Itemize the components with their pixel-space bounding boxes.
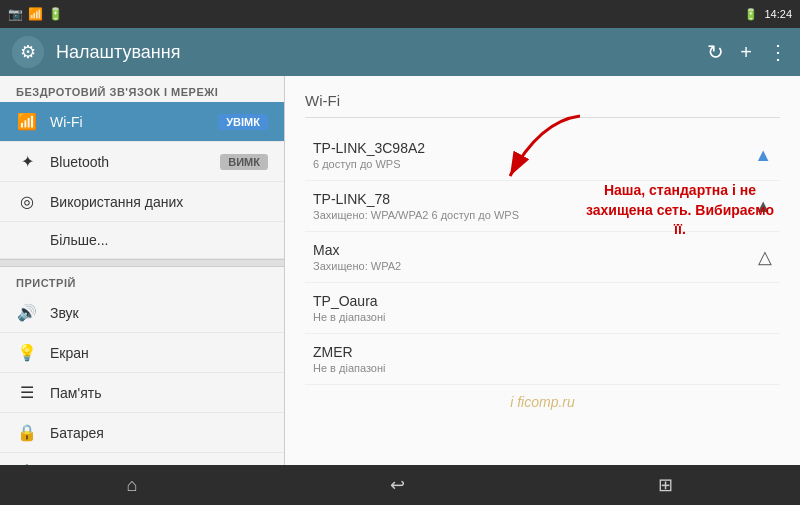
wifi-network-tplink2[interactable]: TP-LINK_78 Захищено: WPA/WPA2 6 доступ д…	[305, 181, 780, 232]
action-bar: ⚙ Налаштування ↻ + ⋮	[0, 28, 800, 76]
sidebar-item-wifi[interactable]: 📶 Wi-Fi УВІМК	[0, 102, 284, 142]
wifi-network-name-5: ZMER	[313, 344, 772, 360]
section-divider	[0, 259, 284, 267]
device-section-header: ПРИСТРІЙ	[0, 267, 284, 293]
wifi-network-info-1: TP-LINK_3C98A2 6 доступ до WPS	[313, 140, 754, 170]
wifi-network-sub-4: Не в діапазоні	[313, 311, 772, 323]
wifi-network-tpoaura[interactable]: TP_Oaura Не в діапазоні	[305, 283, 780, 334]
page-title: Налаштування	[56, 42, 695, 63]
wifi-toggle-button[interactable]: УВІМК	[218, 114, 268, 130]
wifi-network-name-1: TP-LINK_3C98A2	[313, 140, 754, 156]
time-display: 14:24	[764, 8, 792, 20]
memory-label: Пам'ять	[50, 385, 268, 401]
wifi-status-icon: 📷	[8, 7, 23, 21]
settings-gear-icon: ⚙	[12, 36, 44, 68]
wifi-network-name-2: TP-LINK_78	[313, 191, 754, 207]
wifi-network-sub-1: 6 доступ до WPS	[313, 158, 754, 170]
battery-icon-menu: 🔒	[16, 423, 38, 442]
sidebar-item-apps[interactable]: 📋 Програми	[0, 453, 284, 465]
wifi-signal-icon-1: ▲	[754, 145, 772, 166]
sidebar-item-display[interactable]: 💡 Екран	[0, 333, 284, 373]
wifi-signal-icon-3: △	[758, 246, 772, 268]
sidebar-item-battery[interactable]: 🔒 Батарея	[0, 413, 284, 453]
watermark: i ficomp.ru	[510, 394, 575, 410]
bluetooth-icon: ✦	[16, 152, 38, 171]
back-button[interactable]: ↩	[370, 470, 425, 500]
action-bar-icons: ↻ + ⋮	[707, 40, 788, 64]
right-panel: Wi-Fi TP-LINK_3C98A2 6 доступ до WPS ▲ T…	[285, 76, 800, 465]
status-bar-right: 🔋 14:24	[744, 8, 792, 21]
refresh-icon[interactable]: ↻	[707, 40, 724, 64]
sidebar-item-more[interactable]: Більше...	[0, 222, 284, 259]
wifi-network-name-4: TP_Oaura	[313, 293, 772, 309]
wifi-panel-title: Wi-Fi	[305, 92, 780, 118]
more-label: Більше...	[50, 232, 268, 248]
battery-icon: 🔋	[744, 8, 758, 21]
wifi-network-tplink1[interactable]: TP-LINK_3C98A2 6 доступ до WPS ▲	[305, 130, 780, 181]
wifi-network-info-4: TP_Oaura Не в діапазоні	[313, 293, 772, 323]
display-label: Екран	[50, 345, 268, 361]
battery-icon-small: 🔋	[48, 7, 63, 21]
wireless-section-header: БЕЗДРОТОВИЙ ЗВ'ЯЗОК І МЕРЕЖІ	[0, 76, 284, 102]
more-options-icon[interactable]: ⋮	[768, 40, 788, 64]
sound-icon: 🔊	[16, 303, 38, 322]
apps-icon: 📋	[16, 463, 38, 465]
apps-button[interactable]: ⊞	[638, 470, 693, 500]
apps-label: Програми	[50, 465, 268, 466]
sidebar-item-sound[interactable]: 🔊 Звук	[0, 293, 284, 333]
memory-icon: ☰	[16, 383, 38, 402]
home-button[interactable]: ⌂	[107, 471, 158, 500]
display-icon: 💡	[16, 343, 38, 362]
wifi-network-sub-3: Захищено: WPA2	[313, 260, 758, 272]
left-panel: БЕЗДРОТОВИЙ ЗВ'ЯЗОК І МЕРЕЖІ 📶 Wi-Fi УВІ…	[0, 76, 285, 465]
sidebar-item-bluetooth[interactable]: ✦ Bluetooth ВИМК	[0, 142, 284, 182]
sound-label: Звук	[50, 305, 268, 321]
data-usage-icon: ◎	[16, 192, 38, 211]
wifi-label: Wi-Fi	[50, 114, 206, 130]
sidebar-item-data-usage[interactable]: ◎ Використання даних	[0, 182, 284, 222]
wifi-icon: 📶	[16, 112, 38, 131]
wifi-signal-icon-2: ▲	[754, 196, 772, 217]
wifi-network-info-2: TP-LINK_78 Захищено: WPA/WPA2 6 доступ д…	[313, 191, 754, 221]
sidebar-item-memory[interactable]: ☰ Пам'ять	[0, 373, 284, 413]
signal-icon: 📶	[28, 7, 43, 21]
wifi-network-name-3: Max	[313, 242, 758, 258]
data-usage-label: Використання даних	[50, 194, 268, 210]
wifi-network-zmer[interactable]: ZMER Не в діапазоні	[305, 334, 780, 385]
status-bar: 📷 📶 🔋 🔋 14:24	[0, 0, 800, 28]
bluetooth-toggle-button[interactable]: ВИМК	[220, 154, 268, 170]
wifi-network-info-5: ZMER Не в діапазоні	[313, 344, 772, 374]
main-content: БЕЗДРОТОВИЙ ЗВ'ЯЗОК І МЕРЕЖІ 📶 Wi-Fi УВІ…	[0, 76, 800, 465]
wifi-network-sub-2: Захищено: WPA/WPA2 6 доступ до WPS	[313, 209, 754, 221]
add-icon[interactable]: +	[740, 41, 752, 64]
bluetooth-label: Bluetooth	[50, 154, 208, 170]
wifi-network-sub-5: Не в діапазоні	[313, 362, 772, 374]
wifi-network-info-3: Max Захищено: WPA2	[313, 242, 758, 272]
wifi-network-max[interactable]: Max Захищено: WPA2 △	[305, 232, 780, 283]
battery-label: Батарея	[50, 425, 268, 441]
status-bar-left: 📷 📶 🔋	[8, 7, 63, 21]
bottom-nav: ⌂ ↩ ⊞	[0, 465, 800, 505]
